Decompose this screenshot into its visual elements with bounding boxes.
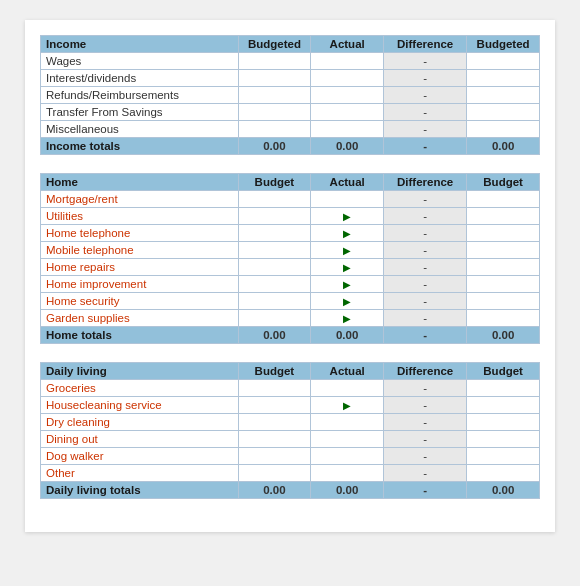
row-budgeted2-home-4[interactable] (467, 259, 540, 276)
row-budgeted2-daily-1[interactable] (467, 397, 540, 414)
header-daily-col1: Daily living (41, 363, 239, 380)
input-budgeted2-income-4[interactable] (472, 123, 534, 135)
row-budgeted2-home-3[interactable] (467, 242, 540, 259)
row-budgeted2-home-1[interactable] (467, 208, 540, 225)
input-budgeted-daily-4[interactable] (244, 450, 306, 462)
row-budgeted-daily-2[interactable] (238, 414, 311, 431)
input-budgeted2-daily-1[interactable] (472, 399, 534, 411)
row-budgeted-income-3[interactable] (238, 104, 311, 121)
row-actual-daily-2[interactable] (311, 414, 384, 431)
row-budgeted2-income-4[interactable] (467, 121, 540, 138)
row-budgeted2-home-5[interactable] (467, 276, 540, 293)
input-budgeted2-home-2[interactable] (472, 227, 534, 239)
row-budgeted-home-0[interactable] (238, 191, 311, 208)
row-budgeted-daily-0[interactable] (238, 380, 311, 397)
row-label-income-1: Interest/dividends (41, 70, 239, 87)
input-budgeted-income-0[interactable] (244, 55, 306, 67)
row-actual-income-1[interactable] (311, 70, 384, 87)
row-budgeted2-daily-5[interactable] (467, 465, 540, 482)
row-label-home-1: Utilities (41, 208, 239, 225)
row-budgeted-home-6[interactable] (238, 293, 311, 310)
row-budgeted2-income-1[interactable] (467, 70, 540, 87)
row-budgeted-home-7[interactable] (238, 310, 311, 327)
row-actual-home-7[interactable]: ▶ (311, 310, 384, 327)
row-budgeted2-daily-4[interactable] (467, 448, 540, 465)
input-budgeted-income-2[interactable] (244, 89, 306, 101)
row-budgeted-income-4[interactable] (238, 121, 311, 138)
row-budgeted-home-1[interactable] (238, 208, 311, 225)
input-budgeted2-daily-3[interactable] (472, 433, 534, 445)
row-actual-daily-1[interactable]: ▶ (311, 397, 384, 414)
input-budgeted-daily-1[interactable] (244, 399, 306, 411)
input-budgeted-home-0[interactable] (244, 193, 306, 205)
row-actual-home-3[interactable]: ▶ (311, 242, 384, 259)
input-budgeted2-income-0[interactable] (472, 55, 534, 67)
input-budgeted2-home-7[interactable] (472, 312, 534, 324)
row-actual-home-5[interactable]: ▶ (311, 276, 384, 293)
row-budgeted-income-0[interactable] (238, 53, 311, 70)
row-actual-income-3[interactable] (311, 104, 384, 121)
input-budgeted-income-3[interactable] (244, 106, 306, 118)
row-budgeted2-daily-0[interactable] (467, 380, 540, 397)
input-budgeted2-income-2[interactable] (472, 89, 534, 101)
row-actual-home-2[interactable]: ▶ (311, 225, 384, 242)
row-actual-home-4[interactable]: ▶ (311, 259, 384, 276)
input-budgeted2-income-1[interactable] (472, 72, 534, 84)
input-budgeted-daily-2[interactable] (244, 416, 306, 428)
input-budgeted2-home-0[interactable] (472, 193, 534, 205)
row-budgeted-daily-5[interactable] (238, 465, 311, 482)
row-budgeted-home-3[interactable] (238, 242, 311, 259)
row-budgeted-income-2[interactable] (238, 87, 311, 104)
row-budgeted2-income-0[interactable] (467, 53, 540, 70)
input-budgeted2-daily-5[interactable] (472, 467, 534, 479)
input-budgeted2-home-5[interactable] (472, 278, 534, 290)
row-budgeted-home-5[interactable] (238, 276, 311, 293)
row-budgeted-home-4[interactable] (238, 259, 311, 276)
input-budgeted-income-4[interactable] (244, 123, 306, 135)
input-budgeted-home-5[interactable] (244, 278, 306, 290)
input-budgeted2-daily-2[interactable] (472, 416, 534, 428)
row-budgeted-daily-4[interactable] (238, 448, 311, 465)
totals-cell-home-4: 0.00 (467, 327, 540, 344)
input-budgeted2-daily-4[interactable] (472, 450, 534, 462)
input-budgeted-daily-3[interactable] (244, 433, 306, 445)
row-budgeted-home-2[interactable] (238, 225, 311, 242)
row-budgeted2-home-0[interactable] (467, 191, 540, 208)
row-actual-home-6[interactable]: ▶ (311, 293, 384, 310)
input-budgeted-daily-5[interactable] (244, 467, 306, 479)
row-budgeted2-home-6[interactable] (467, 293, 540, 310)
input-budgeted2-home-4[interactable] (472, 261, 534, 273)
row-actual-daily-0[interactable] (311, 380, 384, 397)
row-actual-daily-5[interactable] (311, 465, 384, 482)
row-difference-daily-3: - (384, 431, 467, 448)
input-budgeted-home-4[interactable] (244, 261, 306, 273)
input-budgeted-home-1[interactable] (244, 210, 306, 222)
row-actual-income-4[interactable] (311, 121, 384, 138)
row-actual-home-0[interactable] (311, 191, 384, 208)
row-budgeted-income-1[interactable] (238, 70, 311, 87)
input-budgeted-home-6[interactable] (244, 295, 306, 307)
input-budgeted2-income-3[interactable] (472, 106, 534, 118)
input-budgeted-home-7[interactable] (244, 312, 306, 324)
input-budgeted-home-2[interactable] (244, 227, 306, 239)
input-budgeted2-home-3[interactable] (472, 244, 534, 256)
row-budgeted-daily-1[interactable] (238, 397, 311, 414)
row-actual-income-2[interactable] (311, 87, 384, 104)
row-budgeted2-daily-2[interactable] (467, 414, 540, 431)
input-budgeted2-daily-0[interactable] (472, 382, 534, 394)
row-budgeted2-home-7[interactable] (467, 310, 540, 327)
row-actual-home-1[interactable]: ▶ (311, 208, 384, 225)
row-actual-daily-4[interactable] (311, 448, 384, 465)
row-actual-daily-3[interactable] (311, 431, 384, 448)
input-budgeted-income-1[interactable] (244, 72, 306, 84)
row-budgeted2-income-3[interactable] (467, 104, 540, 121)
row-actual-income-0[interactable] (311, 53, 384, 70)
row-budgeted2-daily-3[interactable] (467, 431, 540, 448)
input-budgeted-home-3[interactable] (244, 244, 306, 256)
row-budgeted2-income-2[interactable] (467, 87, 540, 104)
row-budgeted2-home-2[interactable] (467, 225, 540, 242)
input-budgeted-daily-0[interactable] (244, 382, 306, 394)
row-budgeted-daily-3[interactable] (238, 431, 311, 448)
input-budgeted2-home-6[interactable] (472, 295, 534, 307)
input-budgeted2-home-1[interactable] (472, 210, 534, 222)
